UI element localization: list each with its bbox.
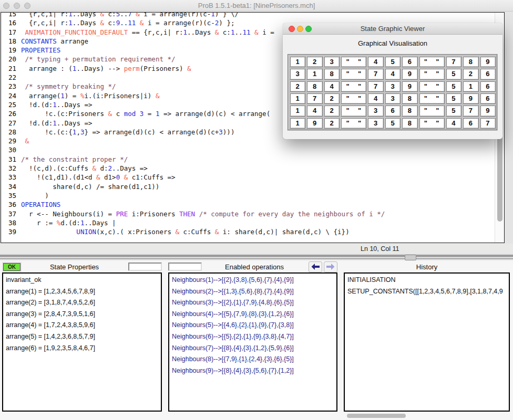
- grid-row: 284""739""516: [290, 81, 496, 92]
- viewer-titlebar: State Graphic Viewer: [283, 23, 502, 35]
- back-button[interactable]: [309, 261, 322, 272]
- list-item[interactable]: INITIALISATION: [347, 275, 509, 286]
- grid-cell: 6: [402, 56, 417, 67]
- grid-cell: 9: [306, 118, 322, 129]
- quote-mark: ": [358, 107, 361, 114]
- enabled-operations-indicator: [168, 262, 202, 271]
- grid-cell: 8: [402, 93, 417, 104]
- list-item: invariant_ok: [6, 275, 161, 286]
- grid-row: 123""456""789: [290, 56, 496, 67]
- grid-quote-cell: "": [419, 56, 445, 67]
- line-number: 36: [4, 200, 16, 209]
- list-item[interactable]: Neighbours(6)-->[{5},{2},{1},{9},{3,8},{…: [172, 331, 336, 343]
- grid-quote-cell: "": [341, 105, 366, 116]
- line-number: 15: [4, 12, 16, 18]
- quote-mark: ": [424, 82, 427, 90]
- list-item[interactable]: Neighbours(5)-->[{4,6},{2},{1},{9},{7},{…: [172, 320, 336, 331]
- code-line: 32 !(c,d).(c:Cuffs & d:2..Days =>: [1, 164, 495, 173]
- quote-mark: ": [436, 58, 439, 66]
- state-properties-list[interactable]: invariant_okarrange(1) = [1,2,3,4,5,6,7,…: [2, 272, 162, 412]
- code-line: 35 ): [1, 191, 495, 200]
- grid-cell: 8: [306, 81, 322, 92]
- line-number: 28: [4, 128, 16, 136]
- grid-cell: 4: [306, 105, 322, 116]
- code-line: 31/* the constraint proper */: [1, 155, 495, 164]
- grid-cell: 8: [402, 118, 417, 129]
- grid-quote-cell: "": [341, 56, 366, 67]
- list-item[interactable]: Neighbours(3)-->[{2},{1},{7,9},{4,8},{6}…: [172, 297, 336, 309]
- quote-mark: ": [436, 119, 439, 127]
- line-number: 23: [4, 82, 16, 91]
- code-line: 39 UNION(x,c).( x:Prisoners & c:Cuffs & …: [1, 227, 495, 236]
- line-number: 18: [4, 37, 16, 46]
- code-line: 30: [1, 145, 495, 154]
- forward-button[interactable]: [324, 261, 337, 272]
- list-item[interactable]: Neighbours(2)-->[{1,3},{5,6},{8},{7},{4}…: [172, 286, 336, 298]
- grid-cell: 5: [446, 81, 461, 92]
- quote-mark: ": [346, 119, 350, 127]
- line-number: 22: [4, 73, 16, 82]
- grid-cell: 9: [463, 93, 478, 104]
- grid-cell: 6: [480, 68, 496, 79]
- grid-cell: 3: [385, 81, 401, 92]
- line-number: 34: [4, 182, 16, 191]
- quote-mark: ": [346, 70, 350, 78]
- line-number: 20: [4, 55, 16, 64]
- list-item[interactable]: Neighbours(9)-->[{8},{4},{3},{5,6},{7},{…: [172, 365, 336, 377]
- grid-cell: 3: [367, 118, 383, 129]
- grid-cell: 3: [290, 68, 305, 79]
- grid-quote-cell: "": [341, 81, 366, 92]
- quote-mark: ": [346, 58, 350, 66]
- grid-cell: 6: [480, 81, 496, 92]
- list-item: arrange(1) = [1,2,3,4,5,6,7,8,9]: [6, 286, 161, 298]
- enabled-operations-list[interactable]: Neighbours(1)-->[{2},{3,8},{5,6},{7},{4}…: [168, 272, 337, 412]
- enabled-operations-panel: Enabled operations Neighbours(1)-->[{2},…: [168, 261, 337, 420]
- grid-cell: 5: [446, 93, 461, 104]
- grid-row: 318""749""526: [290, 68, 496, 79]
- code-line: 37 r <-- Neighbours(i) = PRE i:Prisoners…: [1, 209, 495, 218]
- grid-quote-cell: "": [419, 105, 445, 116]
- code-line: 33 !(c1,d1).(d1<d & d1>0 & c1:Cuffs =>: [1, 173, 495, 182]
- list-item[interactable]: Neighbours(4)-->[{5},{7,9},{8},{3},{1,2}…: [172, 309, 336, 320]
- main-titlebar: ProB 1.5.1-beta1: [NinePrisoners.mch]: [0, 0, 513, 12]
- line-number: 39: [4, 227, 16, 236]
- grid-cell: 2: [324, 118, 340, 129]
- quote-mark: ": [346, 82, 350, 90]
- line-number: 35: [4, 191, 16, 200]
- quote-mark: ": [424, 107, 427, 114]
- prob-main-window: ProB 1.5.1-beta1: [NinePrisoners.mch] 15…: [0, 0, 513, 420]
- list-item[interactable]: Neighbours(7)-->[{8},{4},{3},{1,2},{5,9}…: [172, 343, 336, 354]
- code-line: 15 {r,c,i| r:1..Days & c:5..7 & i = arra…: [1, 12, 495, 18]
- list-item[interactable]: SETUP_CONSTANTS([[1,2,3,4,5,6,7,8,9],[3,…: [347, 286, 509, 298]
- grid-cell: 5: [385, 118, 401, 129]
- grid-cell: 8: [463, 56, 478, 67]
- quote-mark: ": [358, 119, 361, 127]
- line-number: 30: [4, 145, 16, 154]
- grid-cell: 6: [463, 118, 478, 129]
- grid-cell: 9: [402, 68, 417, 79]
- list-item[interactable]: Neighbours(1)-->[{2},{3,8},{5,6},{7},{4}…: [172, 275, 336, 286]
- grid-cell: 9: [480, 56, 496, 67]
- quote-mark: ": [346, 107, 350, 114]
- line-number: 38: [4, 218, 16, 227]
- code-line: 38 r := %d.(d:1..Days |: [1, 218, 495, 227]
- grid-cell: 6: [385, 105, 401, 116]
- grid-cell: 3: [324, 56, 340, 67]
- history-list[interactable]: INITIALISATIONSETUP_CONSTANTS([[1,2,3,4,…: [344, 272, 510, 412]
- grid-cell: 1: [290, 118, 305, 129]
- grid-cell: 2: [290, 81, 305, 92]
- line-number: 25: [4, 100, 16, 109]
- enabled-operations-title: Enabled operations: [202, 263, 307, 271]
- quote-mark: ": [358, 94, 361, 102]
- grid-cell: 8: [402, 105, 417, 116]
- list-item[interactable]: Neighbours(8)-->[{7,9},{1},{2,4},{3},{6}…: [172, 354, 336, 365]
- visualisation-grid: 123""456""789318""749""526284""739""5161…: [288, 54, 498, 131]
- grid-cell: 4: [446, 118, 461, 129]
- history-hscrollbar-thumb[interactable]: [347, 414, 406, 418]
- line-number: 33: [4, 173, 16, 182]
- grid-cell: 4: [367, 93, 383, 104]
- horizontal-splitter[interactable]: [0, 254, 513, 261]
- grid-cell: 1: [290, 105, 305, 116]
- splitter-handle[interactable]: [405, 255, 416, 260]
- grid-row: 172""438""596: [290, 93, 496, 104]
